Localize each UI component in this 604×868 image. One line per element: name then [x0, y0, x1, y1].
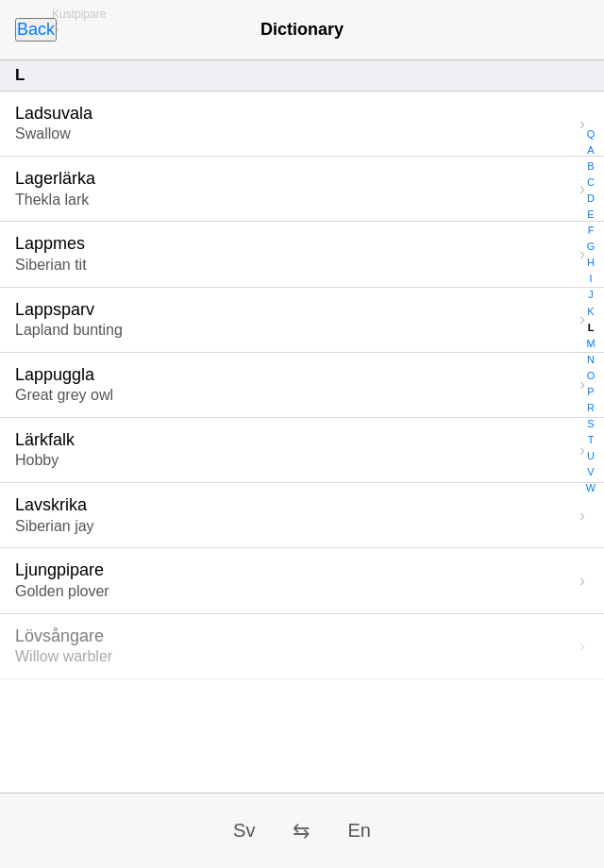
alpha-letter-N[interactable]: N — [578, 352, 604, 368]
alpha-letter-A[interactable]: A — [578, 142, 604, 159]
list-item[interactable]: Lövsångare Willow warbler › — [0, 614, 604, 679]
list-item[interactable]: Lärkfalk Hobby › — [0, 418, 604, 483]
alpha-letter-C[interactable]: C — [578, 175, 604, 191]
alpha-letter-G[interactable]: G — [578, 239, 604, 255]
lang-en-label[interactable]: En — [347, 820, 370, 842]
item-secondary: Hobby — [15, 451, 75, 471]
alpha-letter-D[interactable]: D — [578, 191, 604, 207]
list-item[interactable]: Lappmes Siberian tit › — [0, 222, 604, 287]
section-header-L: L — [0, 60, 604, 92]
item-secondary: Lapland bunting — [15, 321, 123, 341]
item-text: Lövsångare Willow warbler — [15, 626, 112, 667]
item-text: Lappmes Siberian tit — [15, 233, 87, 275]
item-primary: Lövsångare — [15, 626, 112, 647]
alpha-letter-O[interactable]: O — [578, 368, 604, 384]
alpha-letter-F[interactable]: F — [578, 223, 604, 239]
ghost-text: KustpipareK — [52, 8, 106, 34]
item-text: Ladsuvala Swallow — [15, 103, 92, 144]
item-primary: Lärkfalk — [15, 429, 75, 451]
item-text: Ljungpipare Golden plover — [15, 559, 109, 601]
item-text: Lappuggla Great grey owl — [15, 364, 113, 406]
item-primary: Lappuggla — [15, 364, 113, 386]
list-item[interactable]: Lagerlärka Thekla lark › — [0, 157, 604, 222]
alpha-letter-P[interactable]: P — [578, 384, 604, 400]
lang-sv-label[interactable]: Sv — [233, 820, 255, 842]
alpha-letter-B[interactable]: B — [578, 159, 604, 175]
item-secondary: Great grey owl — [15, 386, 113, 406]
item-primary: Lappsparv — [15, 299, 123, 321]
item-secondary: Thekla lark — [15, 191, 95, 210]
alpha-letter-S[interactable]: S — [578, 416, 604, 432]
back-button[interactable]: Back — [15, 18, 57, 42]
alpha-letter-W[interactable]: W — [578, 480, 604, 496]
item-primary: Lavskrika — [15, 494, 94, 516]
item-secondary: Willow warbler — [15, 647, 112, 667]
alpha-letter-I[interactable]: I — [578, 271, 604, 287]
item-primary: Ladsuvala — [15, 103, 92, 125]
list-item[interactable]: Lappuggla Great grey owl › — [0, 353, 604, 418]
bottom-toolbar: Sv ⇆ En — [0, 793, 604, 868]
nav-bar: KustpipareK Back Dictionary — [0, 0, 604, 60]
alpha-letter-M[interactable]: M — [578, 336, 604, 352]
alpha-letter-H[interactable]: H — [578, 255, 604, 271]
alphabet-index: QABCDEFGHIJKLMNOPRSTUVW — [578, 121, 604, 717]
alpha-letter-E[interactable]: E — [578, 207, 604, 223]
item-text: Lavskrika Siberian jay — [15, 494, 94, 536]
list-item[interactable]: Lavskrika Siberian jay › — [0, 483, 604, 548]
item-secondary: Siberian tit — [15, 256, 87, 275]
item-text: Lappsparv Lapland bunting — [15, 299, 123, 341]
list-container: L Ladsuvala Swallow › Lagerlärka Thekla … — [0, 60, 604, 793]
item-secondary: Golden plover — [15, 582, 109, 602]
alpha-letter-V[interactable]: V — [578, 464, 604, 480]
item-primary: Ljungpipare — [15, 559, 109, 581]
alpha-letter-L[interactable]: L — [578, 320, 604, 336]
item-text: Lärkfalk Hobby — [15, 429, 75, 471]
nav-title: Dictionary — [260, 20, 344, 40]
alpha-letter-K[interactable]: K — [578, 304, 604, 320]
list-item[interactable]: Ladsuvala Swallow › — [0, 92, 604, 157]
item-secondary: Swallow — [15, 125, 92, 144]
item-primary: Lagerlärka — [15, 168, 95, 190]
swap-languages-button[interactable]: ⇆ — [293, 819, 310, 843]
alpha-letter-J[interactable]: J — [578, 287, 604, 303]
item-text: Lagerlärka Thekla lark — [15, 168, 95, 209]
alpha-letter-R[interactable]: R — [578, 400, 604, 416]
alpha-letter-Q[interactable]: Q — [578, 126, 604, 142]
list-item[interactable]: Lappsparv Lapland bunting › — [0, 288, 604, 353]
dictionary-list: Ladsuvala Swallow › Lagerlärka Thekla la… — [0, 92, 604, 679]
item-secondary: Siberian jay — [15, 517, 94, 537]
list-item[interactable]: Ljungpipare Golden plover › — [0, 548, 604, 613]
item-primary: Lappmes — [15, 233, 87, 255]
alpha-letter-T[interactable]: T — [578, 432, 604, 448]
alpha-letter-U[interactable]: U — [578, 448, 604, 464]
